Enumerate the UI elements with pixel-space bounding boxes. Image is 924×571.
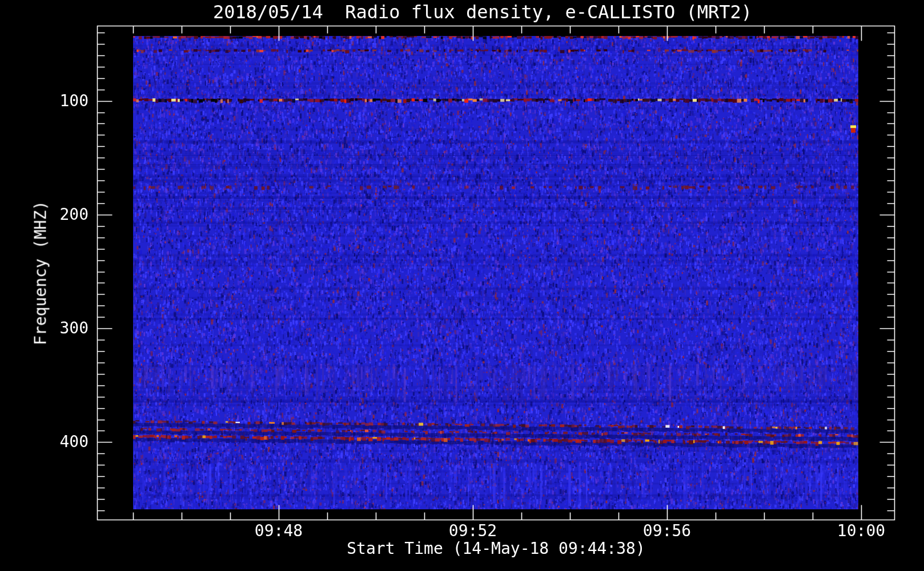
x-axis-title: Start Time (14-May-18 09:44:38) bbox=[97, 539, 895, 558]
x-tick-label: 09:48 bbox=[230, 521, 327, 540]
x-tick-label: 09:56 bbox=[618, 521, 716, 540]
x-tick-label: 09:52 bbox=[424, 521, 521, 540]
y-tick-label: 200 bbox=[24, 205, 89, 224]
spectrogram-canvas bbox=[0, 0, 924, 571]
y-tick-label: 100 bbox=[24, 91, 89, 111]
y-tick-label: 400 bbox=[24, 432, 89, 452]
y-tick-label: 300 bbox=[24, 319, 89, 338]
chart-title: 2018/05/14 Radio flux density, e-CALLIST… bbox=[69, 1, 897, 23]
x-tick-label: 10:00 bbox=[813, 521, 910, 540]
